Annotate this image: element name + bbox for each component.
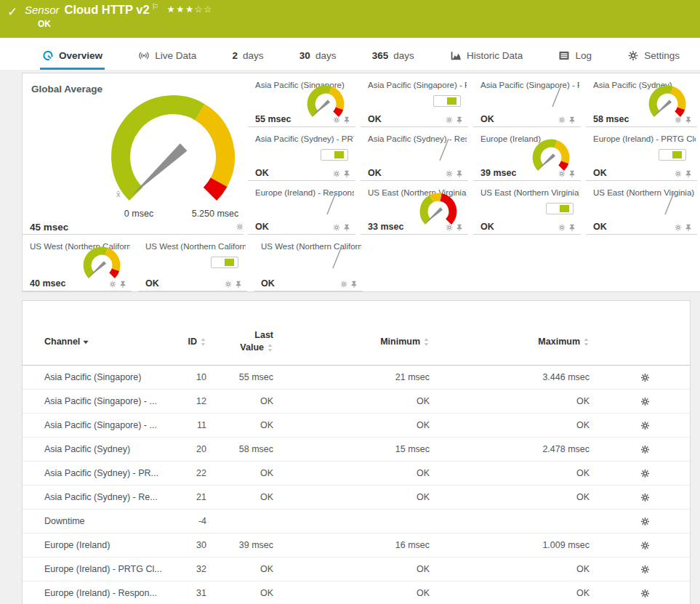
gear-icon[interactable] bbox=[446, 224, 453, 231]
gauge-cell: Asia Pacific (Sydney) - Respo...OK bbox=[361, 127, 468, 181]
gauge-value: 45 msec bbox=[30, 222, 68, 233]
gear-icon[interactable] bbox=[333, 170, 340, 177]
state-indicator-knob bbox=[672, 151, 682, 158]
gear-icon[interactable] bbox=[333, 224, 340, 231]
channel-settings-icon[interactable] bbox=[640, 445, 650, 454]
gear-icon[interactable] bbox=[675, 116, 682, 124]
table-row[interactable]: Asia Pacific (Sydney) - Re...21OKOKOK bbox=[23, 486, 690, 510]
tab-365-days[interactable]: 365days bbox=[370, 50, 417, 70]
channel-settings-icon[interactable] bbox=[640, 589, 650, 598]
star-icon[interactable]: ★ bbox=[185, 4, 195, 15]
star-icon[interactable]: ★ bbox=[166, 4, 176, 15]
pin-icon[interactable] bbox=[685, 116, 692, 124]
sort-icon[interactable] bbox=[423, 337, 430, 347]
table-row[interactable]: Asia Pacific (Singapore) - ...11OKOKOK bbox=[23, 414, 690, 438]
tab-live-data[interactable]: Live Data bbox=[136, 50, 198, 70]
gear-icon[interactable] bbox=[446, 116, 453, 124]
channel-gauge bbox=[302, 85, 348, 120]
tab-settings[interactable]: Settings bbox=[625, 50, 682, 70]
cell-min: OK bbox=[417, 396, 430, 406]
gear-icon[interactable] bbox=[340, 281, 347, 288]
gear-icon[interactable] bbox=[558, 116, 566, 124]
pin-icon[interactable] bbox=[343, 224, 350, 231]
channel-settings-icon[interactable] bbox=[640, 397, 650, 406]
channel-settings-icon[interactable] bbox=[640, 565, 650, 574]
cell-actions bbox=[446, 116, 463, 124]
pin-icon[interactable] bbox=[343, 116, 350, 124]
sort-icon[interactable] bbox=[583, 337, 590, 347]
pin-icon[interactable] bbox=[119, 281, 126, 288]
pin-icon[interactable] bbox=[343, 170, 350, 177]
col-label: Channel bbox=[44, 337, 80, 347]
flag-icon[interactable]: ⚐ bbox=[152, 2, 159, 12]
table-row[interactable]: Europe (Ireland) - PRTG Cl...32OKOKOK bbox=[23, 557, 690, 581]
tab-2-days[interactable]: 2days bbox=[230, 50, 266, 70]
gauge-cell: Asia Pacific (Singapore)55 msec bbox=[248, 73, 355, 127]
gauge-cell: Europe (Ireland)39 msec bbox=[473, 127, 581, 181]
col-header-id[interactable]: ID bbox=[188, 337, 207, 347]
col-header-channel[interactable]: Channel bbox=[44, 337, 186, 347]
col-header-max[interactable]: Maximum bbox=[538, 337, 590, 347]
table-row[interactable]: Europe (Ireland)3039 msec16 msec1.009 ms… bbox=[23, 533, 690, 557]
star-icon[interactable]: ★ bbox=[176, 4, 185, 15]
channel-settings-icon[interactable] bbox=[640, 421, 650, 430]
gear-icon[interactable] bbox=[333, 116, 340, 124]
state-indicator bbox=[659, 149, 686, 161]
col-label: ID bbox=[188, 337, 198, 347]
channel-settings-icon[interactable] bbox=[640, 541, 650, 550]
gear-icon[interactable] bbox=[225, 281, 232, 288]
gear-icon[interactable] bbox=[675, 224, 682, 231]
gauge-cell: Asia Pacific (Singapore) - PR...OK bbox=[361, 73, 468, 127]
channel-settings-icon[interactable] bbox=[640, 469, 650, 478]
gear-icon[interactable] bbox=[558, 224, 566, 231]
gear-icon[interactable] bbox=[446, 170, 453, 177]
channel-settings-icon[interactable] bbox=[640, 493, 650, 502]
tab-log[interactable]: Log bbox=[556, 50, 594, 70]
cell-id: 32 bbox=[196, 564, 206, 574]
gear-icon[interactable] bbox=[675, 170, 682, 177]
table-row[interactable]: Downtime-4 bbox=[23, 510, 690, 533]
col-header-min[interactable]: Minimum bbox=[380, 337, 430, 347]
cell-id: 30 bbox=[196, 540, 206, 550]
channel-settings-icon[interactable] bbox=[640, 373, 650, 382]
sort-icon[interactable] bbox=[200, 337, 206, 347]
gear-icon[interactable] bbox=[236, 223, 244, 230]
pin-icon[interactable] bbox=[685, 170, 692, 177]
table-row[interactable]: Europe (Ireland) - Respon...31OKOKOK bbox=[23, 581, 690, 604]
sort-desc-icon[interactable] bbox=[83, 340, 89, 345]
pin-icon[interactable] bbox=[568, 116, 576, 124]
tab-30-days[interactable]: 30days bbox=[297, 50, 339, 70]
cell-last: OK bbox=[260, 420, 273, 430]
pin-icon[interactable] bbox=[568, 170, 576, 177]
channel-gauge-value: 55 msec bbox=[255, 114, 291, 124]
cell-actions bbox=[558, 224, 576, 231]
sort-icon[interactable] bbox=[267, 343, 273, 353]
pin-icon[interactable] bbox=[685, 224, 692, 231]
tab-historic-data[interactable]: Historic Data bbox=[448, 50, 525, 70]
star-icon[interactable]: ☆ bbox=[195, 4, 204, 15]
star-icon[interactable]: ☆ bbox=[204, 4, 213, 15]
pin-icon[interactable] bbox=[235, 281, 242, 288]
channel-gauge-value: 39 msec bbox=[480, 168, 516, 178]
gear-icon[interactable] bbox=[109, 281, 116, 288]
table-row[interactable]: Asia Pacific (Sydney)2058 msec15 msec2.4… bbox=[23, 438, 690, 462]
table-row[interactable]: Asia Pacific (Singapore)1055 msec21 msec… bbox=[23, 366, 690, 390]
cell-last: OK bbox=[260, 468, 273, 478]
table-row[interactable]: Asia Pacific (Singapore) - ...12OKOKOK bbox=[23, 390, 690, 414]
channel-settings-icon[interactable] bbox=[640, 517, 650, 526]
tab-overview[interactable]: Overview bbox=[40, 50, 105, 70]
cell-channel: Europe (Ireland) - PRTG Cl... bbox=[44, 564, 186, 574]
cell-actions bbox=[109, 281, 126, 288]
pin-icon[interactable] bbox=[350, 281, 358, 288]
pin-icon[interactable] bbox=[568, 224, 576, 231]
pin-icon[interactable] bbox=[456, 170, 463, 177]
state-indicator-knob bbox=[334, 151, 344, 158]
pin-icon[interactable] bbox=[456, 224, 463, 231]
col-header-last[interactable]: LastValue bbox=[240, 330, 273, 353]
channel-table-panel: ChannelIDLastValueMinimumMaximum Asia Pa… bbox=[22, 300, 691, 604]
cell-actions bbox=[675, 116, 692, 124]
gear-icon[interactable] bbox=[558, 170, 566, 177]
needle-icon bbox=[436, 137, 452, 162]
pin-icon[interactable] bbox=[456, 116, 463, 124]
table-row[interactable]: Asia Pacific (Sydney) - PR...22OKOKOK bbox=[23, 462, 690, 486]
